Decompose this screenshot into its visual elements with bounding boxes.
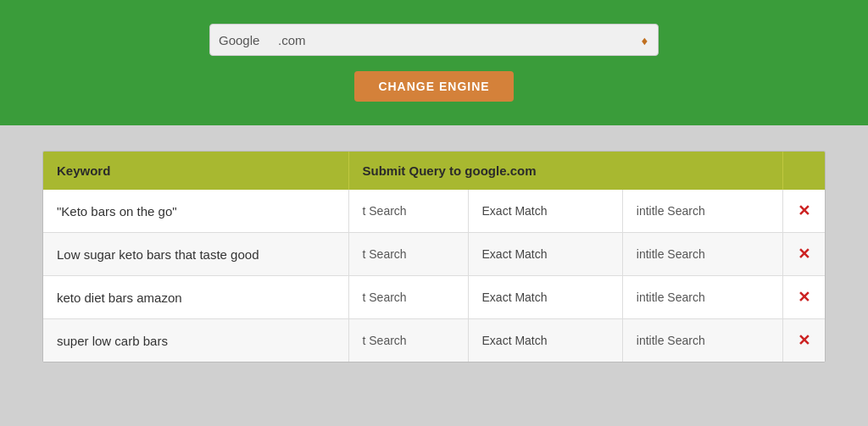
keywords-table: Keyword Submit Query to google.com "Keto… xyxy=(43,152,825,362)
delete-row-button[interactable]: ✕ xyxy=(798,246,810,263)
table-row: "Keto bars on the go"t SearchExact Match… xyxy=(43,190,825,233)
keyword-cell: keto diet bars amazon xyxy=(43,276,348,319)
keyword-cell: Low sugar keto bars that taste good xyxy=(43,233,348,276)
col-header-actions xyxy=(782,152,825,190)
keyword-cell: super low carb bars xyxy=(43,319,348,362)
col-header-keyword: Keyword xyxy=(43,152,348,190)
intitle-search-cell[interactable]: intitle Search xyxy=(622,319,782,362)
header-section: Google .com ⬧ CHANGE ENGINE xyxy=(0,0,868,125)
engine-domain-label: .com xyxy=(278,33,640,47)
search-cell[interactable]: t Search xyxy=(348,233,468,276)
search-cell[interactable]: t Search xyxy=(348,190,468,233)
delete-cell: ✕ xyxy=(782,276,825,319)
engine-dropdown-arrow[interactable]: ⬧ xyxy=(640,31,649,49)
keywords-table-wrapper: Keyword Submit Query to google.com "Keto… xyxy=(42,151,826,362)
table-row: keto diet bars amazont SearchExact Match… xyxy=(43,276,825,319)
delete-row-button[interactable]: ✕ xyxy=(798,289,810,306)
intitle-search-cell[interactable]: intitle Search xyxy=(622,233,782,276)
search-cell[interactable]: t Search xyxy=(348,276,468,319)
delete-cell: ✕ xyxy=(782,190,825,233)
change-engine-button[interactable]: CHANGE ENGINE xyxy=(354,71,513,102)
engine-select-wrapper[interactable]: Google .com ⬧ xyxy=(209,24,659,56)
col-header-query: Submit Query to google.com xyxy=(348,152,782,190)
intitle-search-cell[interactable]: intitle Search xyxy=(622,190,782,233)
main-content: Keyword Submit Query to google.com "Keto… xyxy=(0,125,868,388)
intitle-search-cell[interactable]: intitle Search xyxy=(622,276,782,319)
exact-match-cell[interactable]: Exact Match xyxy=(468,233,622,276)
exact-match-cell[interactable]: Exact Match xyxy=(468,190,622,233)
table-row: super low carb barst SearchExact Matchin… xyxy=(43,319,825,362)
delete-cell: ✕ xyxy=(782,319,825,362)
engine-name-label: Google xyxy=(219,33,278,47)
delete-row-button[interactable]: ✕ xyxy=(798,332,810,349)
table-header-row: Keyword Submit Query to google.com xyxy=(43,152,825,190)
delete-cell: ✕ xyxy=(782,233,825,276)
table-row: Low sugar keto bars that taste goodt Sea… xyxy=(43,233,825,276)
exact-match-cell[interactable]: Exact Match xyxy=(468,276,622,319)
keyword-cell: "Keto bars on the go" xyxy=(43,190,348,233)
delete-row-button[interactable]: ✕ xyxy=(798,202,810,219)
search-cell[interactable]: t Search xyxy=(348,319,468,362)
exact-match-cell[interactable]: Exact Match xyxy=(468,319,622,362)
